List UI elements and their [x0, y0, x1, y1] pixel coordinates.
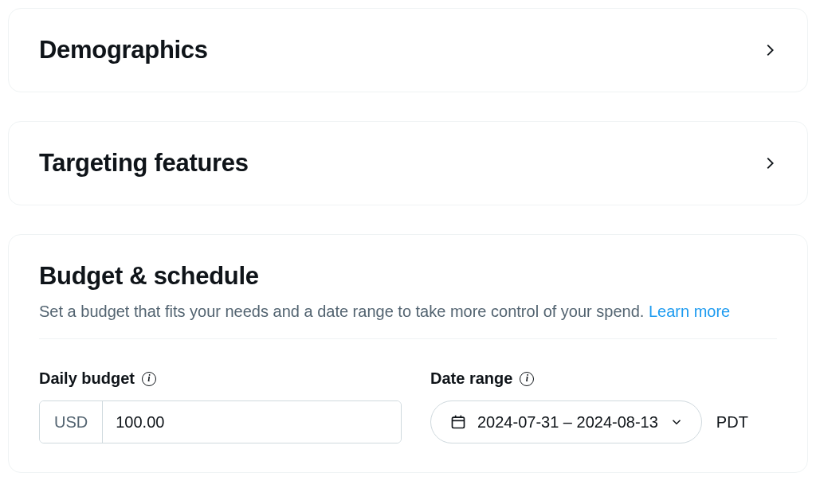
svg-rect-0 [453, 417, 465, 428]
date-range-field: Date range i 2024-07-31 – 2024-08-13 [430, 369, 777, 443]
budget-subtitle-text: Set a budget that fits your needs and a … [39, 303, 649, 320]
info-icon[interactable]: i [142, 372, 156, 386]
timezone-label: PDT [716, 413, 748, 432]
date-range-row: 2024-07-31 – 2024-08-13 PDT [430, 400, 777, 443]
demographics-title: Demographics [39, 36, 208, 64]
date-range-value: 2024-07-31 – 2024-08-13 [477, 413, 658, 432]
currency-prefix: USD [40, 401, 103, 443]
field-row: Daily budget i USD Date range i [39, 369, 777, 443]
budget-schedule-title: Budget & schedule [39, 262, 777, 291]
calendar-icon [450, 414, 466, 430]
learn-more-link[interactable]: Learn more [649, 303, 730, 320]
daily-budget-label-row: Daily budget i [39, 369, 402, 388]
chevron-down-icon [669, 415, 684, 429]
date-range-button[interactable]: 2024-07-31 – 2024-08-13 [430, 400, 702, 443]
budget-schedule-subtitle: Set a budget that fits your needs and a … [39, 300, 777, 322]
targeting-features-title: Targeting features [39, 149, 249, 178]
chevron-right-icon [761, 41, 779, 59]
targeting-features-card[interactable]: Targeting features [8, 121, 808, 205]
daily-budget-label: Daily budget [39, 369, 135, 388]
daily-budget-field: Daily budget i USD [39, 369, 402, 443]
divider [39, 338, 777, 339]
budget-schedule-card: Budget & schedule Set a budget that fits… [8, 234, 808, 473]
date-range-label: Date range [430, 369, 512, 388]
info-icon[interactable]: i [520, 372, 534, 386]
date-range-label-row: Date range i [430, 369, 777, 388]
daily-budget-input[interactable] [103, 401, 401, 443]
daily-budget-input-group: USD [39, 400, 402, 443]
demographics-card[interactable]: Demographics [8, 8, 808, 92]
chevron-right-icon [761, 154, 779, 172]
